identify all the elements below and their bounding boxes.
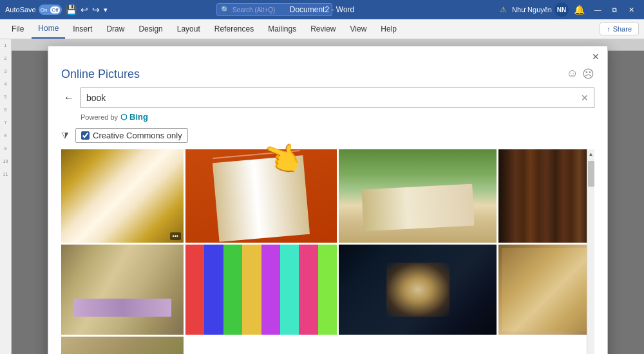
tab-draw[interactable]: Draw (100, 19, 131, 39)
image-item[interactable] (185, 149, 337, 243)
dialog-close-button[interactable]: ✕ (589, 50, 602, 63)
search-input-wrap: ✕ (80, 88, 594, 108)
autosave-area: AutoSave On Off (5, 5, 62, 15)
ruler-mark: 1 (0, 39, 11, 52)
ruler-mark: 9 (0, 142, 11, 155)
dialog-titlebar: ✕ (48, 46, 607, 67)
image-item[interactable] (339, 245, 497, 335)
search-input[interactable] (86, 93, 581, 103)
user-initials: NN (557, 6, 566, 14)
tab-home[interactable]: Home (32, 19, 65, 39)
ruler-mark: 3 (0, 65, 11, 78)
tab-insert[interactable]: Insert (66, 19, 99, 39)
dialog-overlay: ✕ Online Pictures ☺ ☹ ← (12, 39, 644, 354)
filter-row: ⧩ Creative Commons only (61, 128, 594, 143)
window-controls: — ⧉ ✕ (590, 2, 639, 17)
ruler-mark: 2 (0, 52, 11, 65)
image-item[interactable] (61, 337, 184, 354)
autosave-label: AutoSave (5, 6, 36, 14)
image-more-indicator: ••• (170, 232, 181, 240)
save-icon[interactable]: 💾 (66, 5, 77, 15)
happy-emoji-button[interactable]: ☺ (567, 67, 578, 81)
image-grid: ••• (61, 149, 587, 354)
bing-label: Bing (129, 112, 148, 122)
title-bar-right: ⚠ Như Nguyên NN 🔔 — ⧉ ✕ (428, 2, 639, 17)
share-label: Share (613, 25, 632, 33)
ruler-marks: 1 2 3 4 5 6 7 8 9 10 11 (0, 39, 11, 354)
close-window-button[interactable]: ✕ (623, 2, 639, 17)
search-row: ← ✕ (61, 88, 594, 108)
autosave-on: On (41, 7, 48, 13)
minimize-button[interactable]: — (590, 2, 605, 17)
image-grid-wrapper: ••• (61, 149, 594, 354)
clear-search-button[interactable]: ✕ (581, 93, 589, 103)
tab-view[interactable]: View (344, 19, 374, 39)
image-item[interactable] (61, 245, 184, 335)
cc-label: Creative Commons only (93, 131, 182, 140)
tab-layout[interactable]: Layout (171, 19, 207, 39)
filter-icon[interactable]: ⧩ (61, 130, 69, 141)
autosave-off: Off (50, 6, 60, 14)
tab-file[interactable]: File (5, 19, 30, 39)
user-area: Như Nguyên NN (512, 3, 569, 17)
avatar[interactable]: NN (554, 3, 569, 17)
user-name: Như Nguyên (512, 6, 552, 14)
tab-review[interactable]: Review (304, 19, 342, 39)
bing-logo: ⬡ (120, 113, 127, 122)
emoji-row: ☺ ☹ (567, 67, 594, 81)
search-icon: 🔍 (221, 6, 230, 14)
undo-icon[interactable]: ↩ (80, 5, 88, 15)
ruler-mark: 7 (0, 116, 11, 129)
image-item[interactable]: ••• (61, 149, 184, 243)
title-bar: AutoSave On Off 💾 ↩ ↪ ▾ 🔍 Search (Alt+Q)… (0, 0, 644, 19)
ruler-mark: 5 (0, 91, 11, 104)
tab-mailings[interactable]: Mailings (261, 19, 303, 39)
back-button[interactable]: ← (61, 90, 77, 106)
title-search-placeholder: Search (Alt+Q) (232, 6, 275, 14)
powered-by-text: Powered by (80, 113, 118, 121)
extra-dropdown-icon[interactable]: ▾ (104, 6, 108, 14)
image-item[interactable] (498, 149, 587, 243)
powered-by-row: Powered by ⬡ Bing (80, 112, 594, 122)
ruler-left: 1 2 3 4 5 6 7 8 9 10 11 (0, 39, 12, 354)
main-content: 1 2 3 4 5 6 7 8 9 10 11 ✕ (0, 39, 644, 354)
ruler-mark: 10 (0, 155, 11, 168)
autosave-toggle[interactable]: On Off (39, 5, 62, 15)
scroll-up-button[interactable]: ▲ (587, 149, 595, 158)
restore-button[interactable]: ⧉ (607, 2, 622, 17)
scroll-thumb[interactable] (588, 161, 594, 187)
ribbon: File Home Insert Draw Design Layout Refe… (0, 19, 644, 39)
dialog-title: Online Pictures (61, 68, 140, 81)
warning-icon: ⚠ (500, 5, 507, 14)
tab-help[interactable]: Help (374, 19, 403, 39)
document-name: Document2 - Word (290, 5, 354, 14)
document-area: ✕ Online Pictures ☺ ☹ ← (12, 39, 644, 354)
image-item[interactable] (498, 245, 587, 335)
online-pictures-dialog: ✕ Online Pictures ☺ ☹ ← (48, 46, 608, 354)
ruler-mark: 6 (0, 104, 11, 116)
title-bar-left: AutoSave On Off 💾 ↩ ↪ ▾ (5, 5, 216, 15)
ruler-mark: 11 (0, 168, 11, 181)
dialog-body: Online Pictures ☺ ☹ ← ✕ (48, 67, 607, 354)
tab-design[interactable]: Design (132, 19, 169, 39)
creative-commons-checkbox-label[interactable]: Creative Commons only (75, 128, 188, 143)
image-item[interactable] (339, 149, 497, 243)
dialog-title-row: Online Pictures ☺ ☹ (61, 67, 594, 81)
creative-commons-checkbox[interactable] (81, 131, 90, 140)
ruler-mark: 4 (0, 78, 11, 91)
share-icon: ↑ (607, 25, 611, 33)
redo-icon[interactable]: ↪ (92, 5, 100, 15)
image-item[interactable] (185, 245, 337, 335)
tab-references[interactable]: References (208, 19, 260, 39)
sad-emoji-button[interactable]: ☹ (582, 67, 594, 81)
share-button[interactable]: ↑ Share (600, 23, 639, 35)
ruler-mark: 8 (0, 129, 11, 142)
notification-icon[interactable]: 🔔 (574, 5, 585, 15)
scrollbar[interactable]: ▲ (587, 149, 594, 354)
ribbon-tabs: File Home Insert Draw Design Layout Refe… (0, 19, 644, 39)
